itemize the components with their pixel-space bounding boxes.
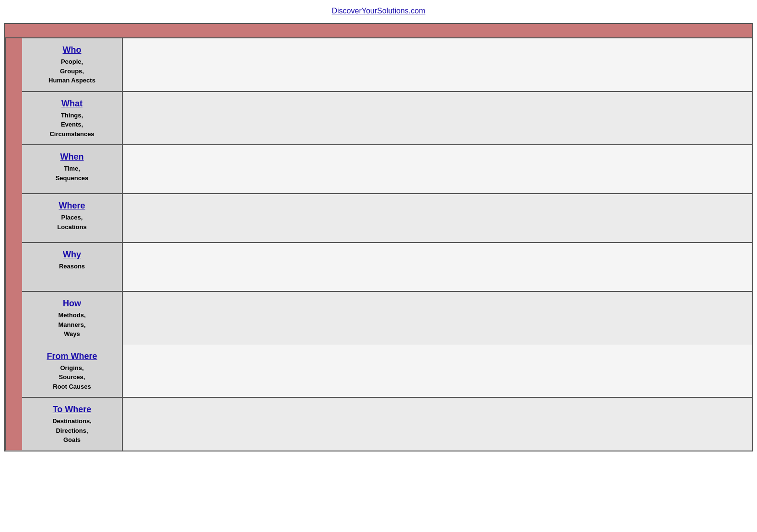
table-row-from-where: From WhereOrigins,Sources,Root Causes xyxy=(22,345,752,398)
table-row-what: WhatThings,Events,Circumstances xyxy=(22,92,752,146)
row-label-to-where: To WhereDestinations,Directions,Goals xyxy=(22,398,123,451)
row-link-what[interactable]: What xyxy=(61,99,83,109)
row-subtext-who: People,Groups,Human Aspects xyxy=(48,57,95,85)
row-subtext-what: Things,Events,Circumstances xyxy=(49,111,94,139)
subtitle-link[interactable]: DiscoverYourSolutions.com xyxy=(331,7,425,15)
objective-header xyxy=(5,24,752,38)
table-row-why: WhyReasons xyxy=(22,243,752,292)
rows-container: WhoPeople,Groups,Human AspectsWhatThings… xyxy=(22,38,752,451)
table-row-to-where: To WhereDestinations,Directions,Goals xyxy=(22,398,752,451)
row-content-when xyxy=(123,145,752,193)
row-content-who xyxy=(123,38,752,91)
row-subtext-to-where: Destinations,Directions,Goals xyxy=(52,416,92,445)
row-label-from-where: From WhereOrigins,Sources,Root Causes xyxy=(22,345,123,397)
sidebar-label xyxy=(5,38,22,451)
row-link-how[interactable]: How xyxy=(63,299,81,309)
row-link-where[interactable]: Where xyxy=(59,201,85,211)
section-1: WhoPeople,Groups,Human AspectsWhatThings… xyxy=(22,38,752,345)
table-row-where: WherePlaces,Locations xyxy=(22,194,752,243)
row-link-when[interactable]: When xyxy=(60,152,84,162)
row-content-what xyxy=(123,92,752,145)
row-link-why[interactable]: Why xyxy=(63,250,81,260)
row-subtext-why: Reasons xyxy=(59,262,85,271)
row-label-what: WhatThings,Events,Circumstances xyxy=(22,92,123,145)
row-content-how xyxy=(123,292,752,345)
row-link-to-where[interactable]: To Where xyxy=(53,405,92,415)
table-row-who: WhoPeople,Groups,Human Aspects xyxy=(22,38,752,92)
table-row-when: WhenTime,Sequences xyxy=(22,145,752,194)
main-table: WhoPeople,Groups,Human AspectsWhatThings… xyxy=(4,23,753,451)
row-subtext-when: Time,Sequences xyxy=(56,164,89,183)
row-label-why: WhyReasons xyxy=(22,243,123,291)
row-subtext-where: Places,Locations xyxy=(57,213,86,231)
row-label-who: WhoPeople,Groups,Human Aspects xyxy=(22,38,123,91)
section-2: From WhereOrigins,Sources,Root CausesTo … xyxy=(22,345,752,451)
row-content-from-where xyxy=(123,345,752,397)
row-label-where: WherePlaces,Locations xyxy=(22,194,123,242)
row-subtext-from-where: Origins,Sources,Root Causes xyxy=(53,363,91,392)
row-link-from-where[interactable]: From Where xyxy=(47,351,97,361)
row-label-how: HowMethods,Manners,Ways xyxy=(22,292,123,345)
table-row-how: HowMethods,Manners,Ways xyxy=(22,292,752,345)
row-content-to-where xyxy=(123,398,752,451)
row-content-where xyxy=(123,194,752,242)
page-subtitle: DiscoverYourSolutions.com xyxy=(0,7,757,15)
page-header: DiscoverYourSolutions.com xyxy=(0,0,757,18)
row-label-when: WhenTime,Sequences xyxy=(22,145,123,193)
row-subtext-how: Methods,Manners,Ways xyxy=(58,311,85,339)
row-link-who[interactable]: Who xyxy=(63,45,82,55)
row-content-why xyxy=(123,243,752,291)
table-body: WhoPeople,Groups,Human AspectsWhatThings… xyxy=(5,38,752,451)
